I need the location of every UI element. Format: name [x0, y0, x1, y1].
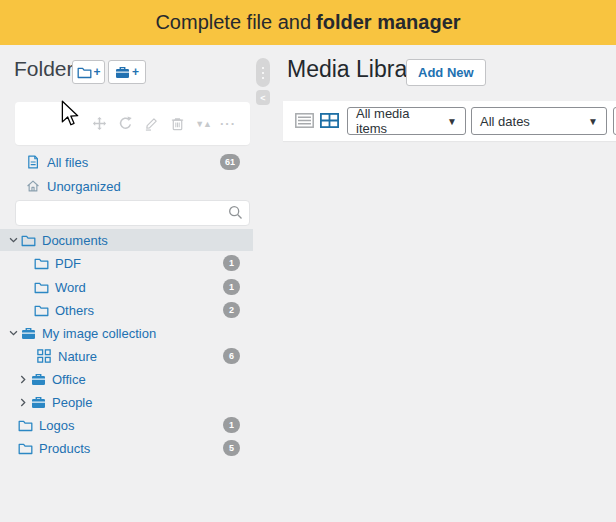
rotate-icon[interactable]	[117, 115, 134, 132]
chevron-down-icon[interactable]	[6, 330, 20, 336]
gallery-icon	[30, 371, 46, 387]
tree-item-office[interactable]: Office	[0, 368, 253, 390]
grid-icon	[36, 348, 52, 364]
more-ellipsis-icon[interactable]: ···	[220, 119, 236, 129]
add-new-button[interactable]: Add New	[406, 59, 486, 86]
count-badge: 6	[223, 348, 240, 364]
panel-collapse-button[interactable]: <	[256, 90, 270, 105]
search-icon	[228, 205, 243, 220]
count-badge: 61	[220, 154, 240, 170]
folder-search-input[interactable]	[15, 200, 250, 226]
folder-icon	[20, 232, 36, 248]
date-filter-select[interactable]: All dates ▼	[471, 107, 607, 135]
promo-banner: Complete file and folder manager	[0, 0, 616, 45]
list-view-icon[interactable]	[295, 113, 314, 128]
count-badge: 1	[223, 417, 240, 433]
tree-item-others[interactable]: Others 2	[0, 299, 253, 321]
tree-item-all-files[interactable]: All files 61	[0, 151, 253, 173]
folder-icon	[33, 255, 49, 271]
edit-pencil-icon[interactable]	[143, 115, 160, 132]
gallery-plus-icon	[115, 66, 130, 79]
media-type-filter-select[interactable]: All media items ▼	[347, 107, 466, 135]
media-toolbar: All media items ▼ All dates ▼	[283, 101, 616, 141]
folder-icon	[17, 417, 33, 433]
trash-icon[interactable]	[169, 115, 186, 132]
new-folder-button[interactable]: +	[72, 60, 105, 84]
dropdown-arrow-icon: ▼	[588, 116, 598, 127]
tree-item-documents[interactable]: Documents	[0, 229, 253, 251]
chevron-right-icon[interactable]	[16, 375, 30, 384]
chevron-down-icon[interactable]	[6, 237, 20, 243]
folder-icon	[17, 440, 33, 456]
gallery-icon	[20, 325, 36, 341]
sort-icon[interactable]: ▼▲	[195, 119, 211, 129]
count-badge: 2	[223, 302, 240, 318]
home-icon	[25, 178, 41, 194]
gallery-icon	[30, 394, 46, 410]
file-icon	[25, 154, 41, 170]
panel-resize-handle[interactable]	[256, 58, 270, 87]
new-gallery-button[interactable]: +	[108, 60, 146, 84]
dropdown-arrow-icon: ▼	[447, 116, 457, 127]
move-icon[interactable]	[91, 115, 108, 132]
chevron-right-icon[interactable]	[16, 398, 30, 407]
grid-view-icon[interactable]	[320, 113, 339, 128]
tree-item-unorganized[interactable]: Unorganized	[0, 175, 253, 197]
tree-item-word[interactable]: Word 1	[0, 276, 253, 298]
tree-item-products[interactable]: Products 5	[0, 437, 253, 459]
tree-item-logos[interactable]: Logos 1	[0, 414, 253, 436]
tree-item-nature[interactable]: Nature 6	[0, 345, 253, 367]
folder-icon	[33, 279, 49, 295]
banner-text: Complete file and	[155, 11, 311, 34]
folders-toolbar: ▼▲ ···	[15, 102, 250, 145]
tree-item-people[interactable]: People	[0, 391, 253, 413]
count-badge: 1	[223, 279, 240, 295]
mouse-cursor-icon	[61, 100, 83, 130]
count-badge: 5	[223, 440, 240, 456]
folder-icon	[33, 302, 49, 318]
folder-plus-icon	[77, 66, 92, 79]
tree-item-my-image-collection[interactable]: My image collection	[0, 322, 253, 344]
count-badge: 1	[223, 255, 240, 271]
banner-text-bold: folder manager	[316, 11, 460, 34]
tree-item-pdf[interactable]: PDF 1	[0, 252, 253, 274]
